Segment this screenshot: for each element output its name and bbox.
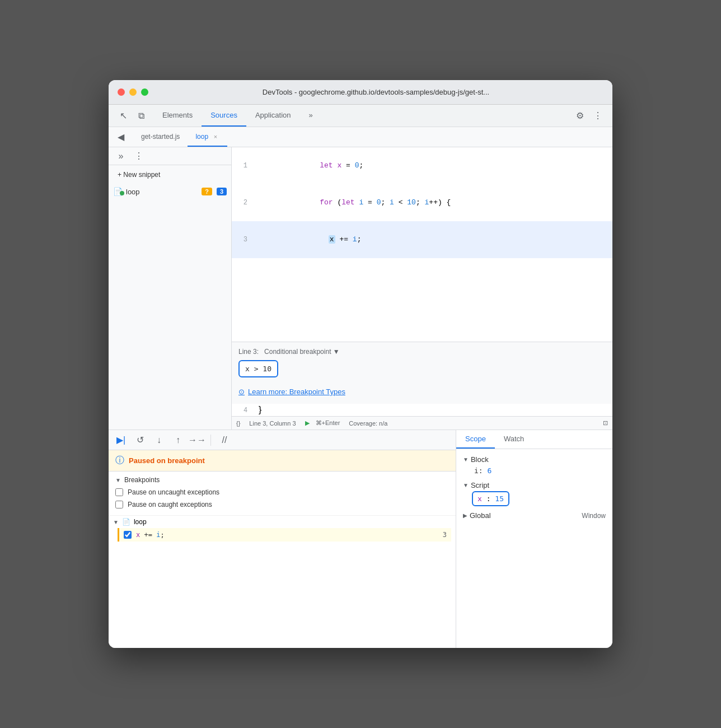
- step-button[interactable]: →→: [189, 432, 205, 448]
- loop-section-header[interactable]: ▼ 📄 loop: [113, 516, 451, 528]
- debug-toolbar: ▶| ↺ ↓ ↑ →→ //: [109, 430, 456, 450]
- scope-script-header[interactable]: ▼ Script: [463, 479, 606, 491]
- line-number-1: 1: [232, 160, 254, 172]
- line-code-4: }: [254, 404, 612, 416]
- editor-wrapper: ◀ get-started.js loop × » ⋮ + New snippe…: [109, 127, 612, 430]
- devtools-tabbar: ↖ ⧉ Elements Sources Application » ⚙ ⋮: [109, 105, 612, 127]
- code-line-3: 3 x += i;: [232, 221, 612, 258]
- scope-script-group: ▼ Script x : 15: [463, 479, 606, 506]
- devtools-tab-actions: ⚙ ⋮: [568, 105, 610, 127]
- titlebar: DevTools - googlechrome.github.io/devtoo…: [109, 80, 612, 105]
- script-triangle-icon: ▼: [463, 482, 469, 488]
- block-triangle-icon: ▼: [463, 456, 469, 463]
- run-label: ▶ ⌘+Enter: [305, 419, 340, 427]
- file-tab-get-started[interactable]: get-started.js: [133, 127, 188, 147]
- breakpoint-code: x += i;: [136, 531, 438, 539]
- cursor-icon[interactable]: ↖: [115, 108, 131, 124]
- menu-icon[interactable]: ⋮: [590, 108, 606, 124]
- code-line-1: 1 let x = 0;: [232, 147, 612, 184]
- back-panel-icon[interactable]: ◀: [113, 129, 129, 145]
- maximize-button[interactable]: [141, 88, 148, 96]
- code-editor: 1 let x = 0; 2 for (let i = 0; i < 10; i…: [232, 147, 612, 430]
- pause-caught-row: Pause on caught exceptions: [115, 498, 449, 511]
- snippet-question-badge: ?: [202, 188, 212, 195]
- scope-global-group: ▶ Global Window: [463, 510, 606, 521]
- file-tab-close-icon[interactable]: ×: [212, 133, 219, 141]
- scope-block-group: ▼ Block i: 6: [463, 454, 606, 476]
- layers-icon[interactable]: ⧉: [133, 108, 149, 124]
- scope-content: ▼ Block i: 6 ▼ Script x: [456, 449, 612, 529]
- tab-watch[interactable]: Watch: [495, 430, 533, 449]
- scope-global-header[interactable]: ▶ Global Window: [463, 510, 606, 521]
- debug-panel: ▶| ↺ ↓ ↑ →→ // ⓘ Paused on breakpoint ▼ …: [109, 430, 456, 648]
- line-code-2: for (let i = 0; i < 10; i++) {: [254, 184, 612, 221]
- pause-uncaught-checkbox[interactable]: [115, 488, 123, 496]
- settings-icon[interactable]: ⚙: [572, 108, 588, 124]
- traffic-lights: [118, 88, 148, 96]
- tab-scope[interactable]: Scope: [456, 430, 495, 449]
- status-bar: {} Line 3, Column 3 ▶ ⌘+Enter Coverage: …: [232, 416, 612, 430]
- bp-header: Line 3: Conditional breakpoint ▼: [238, 348, 606, 356]
- step-out-button[interactable]: ↑: [170, 432, 186, 448]
- new-snippet-button[interactable]: + New snippet: [113, 169, 227, 181]
- paused-message: Paused on breakpoint: [129, 456, 205, 465]
- tab-elements[interactable]: Elements: [153, 105, 202, 127]
- breakpoint-checkbox[interactable]: [124, 531, 132, 539]
- line-number-4: 4: [232, 404, 254, 416]
- chevron-right-icon[interactable]: »: [113, 148, 129, 164]
- scope-panel: Scope Watch ▼ Block i: 6: [456, 430, 612, 648]
- scope-var-i: i: 6: [463, 465, 606, 476]
- learn-more-link[interactable]: ⊙ Learn more: Breakpoint Types: [238, 385, 606, 398]
- devtools-tabs: Elements Sources Application »: [153, 105, 568, 127]
- pretty-print-icon[interactable]: {}: [236, 420, 240, 427]
- position-indicator: Line 3, Column 3: [249, 420, 296, 427]
- breakpoint-line-item: x += i; 3: [118, 528, 451, 542]
- close-button[interactable]: [118, 88, 125, 96]
- code-lines: 1 let x = 0; 2 for (let i = 0; i < 10; i…: [232, 147, 612, 342]
- loop-triangle-icon: ▼: [113, 519, 119, 525]
- breakpoint-popup: Line 3: Conditional breakpoint ▼ x > 10 …: [232, 342, 612, 404]
- tab-application[interactable]: Application: [246, 105, 300, 127]
- bp-condition-input[interactable]: x > 10: [238, 360, 278, 377]
- line-number-2: 2: [232, 197, 254, 209]
- line-code-3: x += i;: [254, 221, 612, 258]
- breakpoints-header[interactable]: ▼ Breakpoints: [115, 476, 449, 484]
- info-icon: ⓘ: [115, 455, 124, 466]
- snippet-item-loop[interactable]: 📄 loop ? 3: [109, 184, 231, 199]
- loop-file-icon: 📄: [122, 518, 130, 526]
- sidebar: » ⋮ + New snippet 📄 loop ? 3: [109, 147, 232, 430]
- dots-vert-icon[interactable]: ⋮: [131, 148, 147, 164]
- tab-sources[interactable]: Sources: [202, 105, 246, 127]
- snippet-line-badge: 3: [217, 188, 227, 195]
- devtools-tab-icons: ↖ ⧉: [111, 105, 153, 127]
- step-over-button[interactable]: ↺: [132, 432, 148, 448]
- toolbar-divider: [210, 435, 211, 446]
- sidebar-toolbar: » ⋮: [109, 147, 231, 165]
- code-line-4: 4 }: [232, 404, 612, 416]
- debug-info-bar: ⓘ Paused on breakpoint: [109, 450, 456, 472]
- coverage-indicator: Coverage: n/a: [349, 420, 387, 427]
- step-into-button[interactable]: ↓: [151, 432, 167, 448]
- devtools-window: DevTools - googlechrome.github.io/devtoo…: [109, 80, 612, 648]
- pause-uncaught-row: Pause on uncaught exceptions: [115, 486, 449, 498]
- minimize-button[interactable]: [129, 88, 137, 96]
- resume-button[interactable]: ▶|: [113, 432, 129, 448]
- code-line-2: 2 for (let i = 0; i < 10; i++) {: [232, 184, 612, 221]
- file-tab-loop[interactable]: loop ×: [188, 127, 227, 147]
- window-title: DevTools - googlechrome.github.io/devtoo…: [148, 88, 603, 96]
- file-tabs-bar: ◀ get-started.js loop ×: [109, 127, 612, 147]
- triangle-down-icon: ▼: [115, 477, 121, 483]
- editor-area: » ⋮ + New snippet 📄 loop ? 3: [109, 147, 612, 430]
- pause-caught-checkbox[interactable]: [115, 501, 123, 508]
- line-number-3: 3: [232, 234, 254, 246]
- deactivate-button[interactable]: //: [217, 432, 232, 448]
- scope-var-x-highlighted: x : 15: [472, 491, 509, 506]
- scope-block-header[interactable]: ▼ Block: [463, 454, 606, 465]
- circle-arrow-icon: ⊙: [238, 388, 245, 396]
- global-triangle-icon: ▶: [463, 512, 467, 519]
- tab-more[interactable]: »: [300, 105, 322, 127]
- breakpoints-section: ▼ Breakpoints Pause on uncaught exceptio…: [109, 472, 456, 516]
- bottom-section: ▶| ↺ ↓ ↑ →→ // ⓘ Paused on breakpoint ▼ …: [109, 430, 612, 648]
- coverage-icon[interactable]: ⊡: [603, 419, 608, 427]
- line-code-1: let x = 0;: [254, 147, 612, 184]
